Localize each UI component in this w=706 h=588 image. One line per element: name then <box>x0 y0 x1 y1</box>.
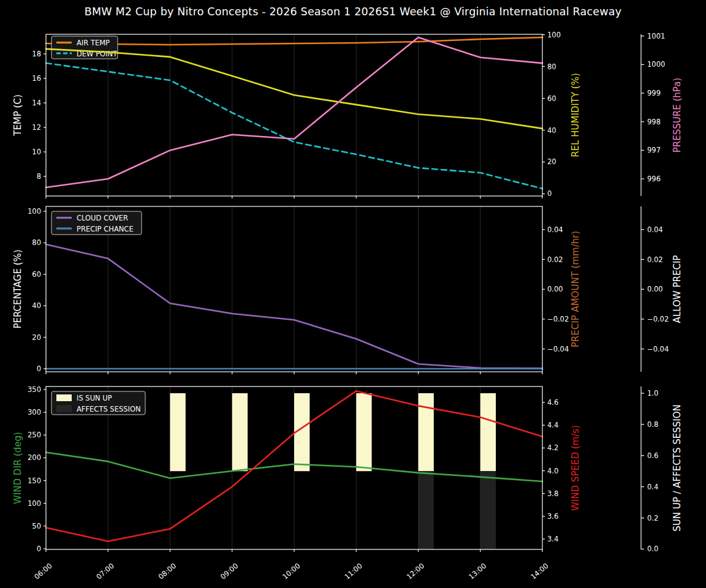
is-sun-up-bar <box>356 393 371 471</box>
axis-label: TEMP (C) <box>12 94 23 137</box>
y-tick-label: 100 <box>28 499 41 508</box>
y-tick-label: 1.0 <box>647 389 658 398</box>
y-tick-label: 300 <box>28 408 41 417</box>
y-tick-label: 3.4 <box>547 535 558 543</box>
x-tick-label: 11:00 <box>343 562 363 581</box>
panel-temperature: AIR TEMPDEW POINT81012141618TEMP (C)0204… <box>12 31 683 198</box>
legend-label: AIR TEMP <box>77 39 110 47</box>
y-tick-label: 4.0 <box>547 467 558 475</box>
y-tick-label: 250 <box>28 431 41 439</box>
x-tick-label: 12:00 <box>405 562 426 581</box>
y-tick-label: 40 <box>547 126 556 135</box>
axis-label: SUN UP / AFFECTS SESSION <box>672 404 683 532</box>
panel-wind: IS SUN UPAFFECTS SESSION06:0007:0008:000… <box>12 385 683 581</box>
affects-session-bar <box>480 471 496 549</box>
y-tick-label: 4.2 <box>547 443 558 452</box>
y-tick-label: 10 <box>32 148 41 156</box>
legend: IS SUN UPAFFECTS SESSION <box>51 391 145 415</box>
y-tick-label: 80 <box>547 62 556 71</box>
y-tick-label: 997 <box>647 146 661 154</box>
y-tick-label: 0.2 <box>647 514 658 522</box>
legend-label: IS SUN UP <box>77 394 112 402</box>
y-tick-label: 0 <box>37 545 41 553</box>
y-tick-label: 0.0 <box>647 545 658 553</box>
y-tick-label: 0 <box>547 189 552 198</box>
y-tick-label: 14 <box>32 99 41 107</box>
y-tick-label: 20 <box>32 333 41 342</box>
axis-label: REL HUMIDITY (%) <box>570 73 581 157</box>
axis-allow: 0.040.020.00−0.02−0.04ALLOW PRECIP <box>641 206 683 372</box>
y-tick-label: −0.04 <box>547 345 569 353</box>
y-tick-label: 0.00 <box>547 285 563 293</box>
legend-label: PRECIP CHANCE <box>77 225 134 233</box>
axis-pct: 020406080100PERCENTAGE (%) <box>12 207 46 373</box>
is-sun-up-bar <box>170 393 186 471</box>
y-tick-label: 80 <box>32 238 41 247</box>
y-tick-label: 350 <box>28 385 41 394</box>
y-tick-label: 1000 <box>647 60 665 69</box>
x-tick-label: 13:00 <box>467 562 488 581</box>
y-tick-label: 0.6 <box>647 451 658 460</box>
legend-swatch-rect <box>56 394 72 401</box>
x-tick-label: 08:00 <box>157 562 178 581</box>
affects-session-bar <box>419 471 434 549</box>
axis-windspeed: 3.43.63.84.04.24.44.6WIND SPEED (m/s) <box>542 398 581 543</box>
axis-pressure: 99699799899910001001PRESSURE (hPa) <box>641 32 683 196</box>
y-tick-label: −0.04 <box>647 345 669 353</box>
y-tick-label: 3.6 <box>547 512 558 521</box>
legend-label: CLOUD COVER <box>77 214 128 222</box>
legend: AIR TEMPDEW POINT <box>51 36 118 59</box>
is-sun-up-bar <box>232 393 248 471</box>
y-tick-label: 0.04 <box>647 225 663 234</box>
y-tick-label: 0.02 <box>647 255 663 264</box>
y-tick-label: 4.4 <box>547 421 558 429</box>
y-tick-label: 0.02 <box>547 255 563 264</box>
axis-winddir: 050100150200250300350WIND DIR (deg) <box>12 385 46 553</box>
y-tick-label: −0.02 <box>547 315 569 323</box>
axis-label: ALLOW PRECIP <box>672 255 683 323</box>
axis-label: WIND DIR (deg) <box>12 432 23 504</box>
x-tick-label: 09:00 <box>219 562 240 581</box>
y-tick-label: 60 <box>547 94 556 103</box>
x-tick-label: 06:00 <box>32 562 53 581</box>
y-tick-label: −0.02 <box>647 315 669 323</box>
axis-label: PRECIP AMOUNT (mm/hr) <box>570 231 581 347</box>
axis-label: PRESSURE (hPa) <box>672 78 683 153</box>
y-tick-label: 150 <box>28 477 41 485</box>
y-tick-label: 16 <box>32 74 41 83</box>
y-tick-label: 996 <box>647 175 661 183</box>
x-tick-label: 10:00 <box>281 562 302 581</box>
y-tick-label: 998 <box>647 118 661 126</box>
legend-label: AFFECTS SESSION <box>77 405 141 413</box>
y-tick-label: 100 <box>28 207 41 216</box>
panel-percentage: CLOUD COVERPRECIP CHANCE020406080100PERC… <box>12 206 683 374</box>
y-tick-label: 200 <box>28 453 41 462</box>
y-tick-label: 100 <box>547 31 561 39</box>
y-tick-label: 60 <box>32 270 41 279</box>
y-tick-label: 3.8 <box>547 489 558 498</box>
y-tick-label: 40 <box>32 301 41 310</box>
axis-temp: 81012141618TEMP (C) <box>12 50 46 181</box>
axis-label: PERCENTAGE (%) <box>12 249 23 328</box>
y-tick-label: 0.00 <box>647 285 663 293</box>
x-tick-label: 14:00 <box>529 562 550 581</box>
x-tick-label: 07:00 <box>94 562 115 581</box>
axis-precip: 0.040.020.00−0.02−0.04PRECIP AMOUNT (mm/… <box>542 225 581 353</box>
y-tick-label: 999 <box>647 89 661 97</box>
y-tick-label: 4.6 <box>547 398 558 407</box>
y-tick-label: 50 <box>32 522 41 530</box>
y-tick-label: 0.8 <box>647 420 658 429</box>
legend: CLOUD COVERPRECIP CHANCE <box>51 211 142 235</box>
y-tick-label: 0.4 <box>647 483 658 491</box>
axis-sun: 0.00.20.40.60.81.0SUN UP / AFFECTS SESSI… <box>641 386 683 553</box>
y-tick-label: 1001 <box>647 32 665 40</box>
y-tick-label: 8 <box>37 172 41 181</box>
y-tick-label: 0 <box>37 364 41 373</box>
y-tick-label: 12 <box>32 123 41 132</box>
is-sun-up-bar <box>480 393 496 471</box>
axis-label: WIND SPEED (m/s) <box>570 425 581 511</box>
y-tick-label: 20 <box>547 157 556 166</box>
forecast-chart-canvas: AIR TEMPDEW POINT81012141618TEMP (C)0204… <box>0 0 706 588</box>
y-tick-label: 18 <box>32 50 41 58</box>
weather-forecast-figure: AIR TEMPDEW POINT81012141618TEMP (C)0204… <box>0 0 706 588</box>
